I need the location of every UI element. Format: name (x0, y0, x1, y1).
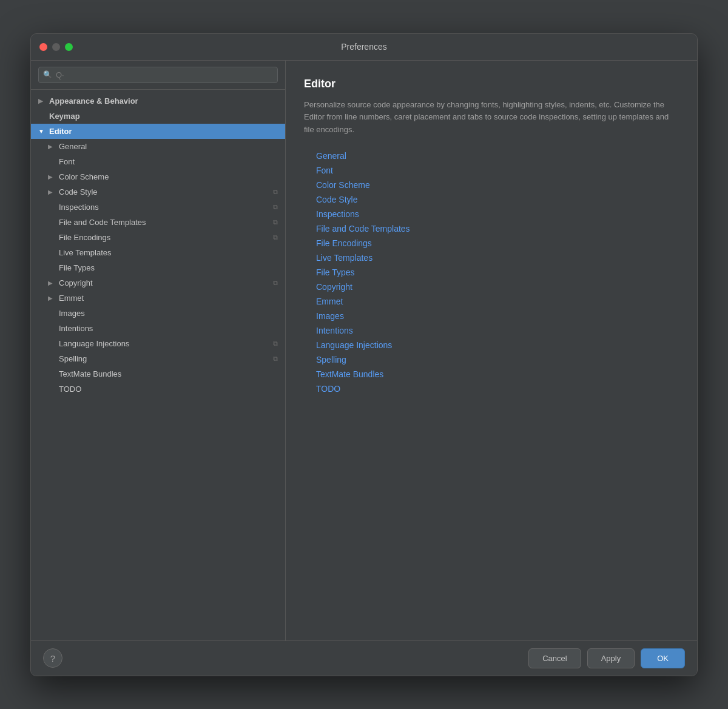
sidebar-item-label: General (59, 142, 87, 151)
copy-icon: ⧉ (273, 218, 278, 226)
panel-link-copyright[interactable]: Copyright (316, 282, 679, 292)
chevron-icon: ▶ (48, 280, 56, 286)
search-input[interactable] (38, 67, 278, 83)
sidebar-item-file-encodings[interactable]: File Encodings⧉ (31, 230, 285, 245)
apply-button[interactable]: Apply (587, 648, 635, 668)
window-title: Preferences (341, 42, 386, 52)
sidebar-item-file-types[interactable]: File Types (31, 260, 285, 275)
footer: ? Cancel Apply OK (31, 640, 697, 676)
copy-icon: ⧉ (273, 355, 278, 363)
sidebar-item-font[interactable]: Font (31, 154, 285, 169)
panel-link-font[interactable]: Font (316, 166, 679, 175)
copy-icon: ⧉ (273, 234, 278, 241)
sidebar-item-appearance[interactable]: ▶Appearance & Behavior (31, 93, 285, 109)
sidebar-list: ▶Appearance & BehaviorKeymap▼Editor▶Gene… (31, 90, 285, 640)
copy-icon: ⧉ (273, 279, 278, 287)
panel-link-emmet[interactable]: Emmet (316, 297, 679, 306)
sidebar-item-keymap[interactable]: Keymap (31, 109, 285, 124)
panel-link-todo[interactable]: TODO (316, 384, 679, 394)
panel-description: Personalize source code appearance by ch… (304, 99, 679, 136)
panel-link-images[interactable]: Images (316, 311, 679, 321)
sidebar-item-spelling[interactable]: Spelling⧉ (31, 351, 285, 366)
sidebar-item-label: Inspections (59, 203, 99, 212)
chevron-icon: ▶ (48, 173, 56, 180)
chevron-icon: ▶ (48, 295, 56, 301)
sidebar: 🔍 ▶Appearance & BehaviorKeymap▼Editor▶Ge… (31, 61, 286, 640)
sidebar-item-todo[interactable]: TODO (31, 381, 285, 397)
sidebar-item-images[interactable]: Images (31, 306, 285, 321)
panel-link-textmate-bundles[interactable]: TextMate Bundles (316, 369, 679, 379)
panel-link-general[interactable]: General (316, 151, 679, 161)
sidebar-item-textmate-bundles[interactable]: TextMate Bundles (31, 366, 285, 381)
sidebar-item-label: TextMate Bundles (59, 369, 121, 378)
panel-link-spelling[interactable]: Spelling (316, 355, 679, 365)
sidebar-item-label: Editor (49, 127, 72, 136)
link-list: GeneralFontColor SchemeCode StyleInspect… (304, 151, 679, 394)
sidebar-item-label: Intentions (59, 324, 93, 333)
sidebar-item-label: Live Templates (59, 248, 111, 257)
sidebar-item-label: File and Code Templates (59, 218, 146, 227)
sidebar-item-intentions[interactable]: Intentions (31, 321, 285, 336)
sidebar-item-label: File Encodings (59, 233, 110, 242)
sidebar-item-code-style[interactable]: ▶Code Style⧉ (31, 184, 285, 200)
main-content: 🔍 ▶Appearance & BehaviorKeymap▼Editor▶Ge… (31, 61, 697, 640)
sidebar-item-copyright[interactable]: ▶Copyright⧉ (31, 275, 285, 291)
sidebar-item-editor[interactable]: ▼Editor (31, 124, 285, 139)
panel-link-file-types[interactable]: File Types (316, 267, 679, 277)
chevron-icon: ▶ (48, 189, 56, 195)
panel-link-intentions[interactable]: Intentions (316, 326, 679, 335)
maximize-button[interactable] (65, 43, 73, 51)
search-wrapper: 🔍 (38, 67, 278, 83)
right-panel: Editor Personalize source code appearanc… (286, 61, 697, 640)
search-icon: 🔍 (43, 70, 52, 79)
preferences-window: Preferences 🔍 ▶Appearance & BehaviorKeym… (30, 33, 698, 676)
close-button[interactable] (39, 43, 47, 51)
sidebar-item-label: Copyright (59, 278, 93, 287)
sidebar-item-label: Color Scheme (59, 172, 109, 181)
ok-button[interactable]: OK (641, 648, 685, 668)
help-button[interactable]: ? (43, 648, 62, 668)
copy-icon: ⧉ (273, 340, 278, 348)
chevron-icon: ▼ (38, 128, 47, 135)
sidebar-item-label: Spelling (59, 354, 87, 363)
search-bar: 🔍 (31, 61, 285, 90)
panel-link-file-code-templates[interactable]: File and Code Templates (316, 224, 679, 234)
copy-icon: ⧉ (273, 188, 278, 196)
panel-title: Editor (304, 78, 679, 90)
cancel-button[interactable]: Cancel (528, 648, 581, 668)
chevron-icon: ▶ (48, 143, 56, 150)
sidebar-item-color-scheme[interactable]: ▶Color Scheme (31, 169, 285, 184)
sidebar-item-label: Appearance & Behavior (49, 96, 138, 106)
panel-link-code-style[interactable]: Code Style (316, 195, 679, 204)
sidebar-item-label: Code Style (59, 187, 98, 197)
panel-link-color-scheme[interactable]: Color Scheme (316, 180, 679, 190)
panel-link-language-injections[interactable]: Language Injections (316, 340, 679, 350)
window-controls (39, 43, 73, 51)
sidebar-item-language-injections[interactable]: Language Injections⧉ (31, 336, 285, 351)
sidebar-item-label: Emmet (59, 294, 84, 303)
sidebar-item-label: Language Injections (59, 339, 129, 348)
sidebar-item-live-templates[interactable]: Live Templates (31, 245, 285, 260)
panel-link-live-templates[interactable]: Live Templates (316, 253, 679, 263)
minimize-button[interactable] (52, 43, 60, 51)
chevron-icon: ▶ (38, 98, 47, 104)
sidebar-item-label: Font (59, 157, 75, 166)
sidebar-item-inspections[interactable]: Inspections⧉ (31, 200, 285, 215)
panel-link-file-encodings[interactable]: File Encodings (316, 238, 679, 248)
sidebar-item-label: TODO (59, 385, 81, 394)
titlebar: Preferences (31, 34, 697, 61)
sidebar-item-general[interactable]: ▶General (31, 139, 285, 154)
panel-link-inspections[interactable]: Inspections (316, 209, 679, 219)
copy-icon: ⧉ (273, 203, 278, 211)
sidebar-item-label: File Types (59, 263, 95, 272)
footer-buttons: Cancel Apply OK (528, 648, 685, 668)
sidebar-item-label: Images (59, 309, 85, 318)
sidebar-item-emmet[interactable]: ▶Emmet (31, 291, 285, 306)
sidebar-item-file-code-templates[interactable]: File and Code Templates⧉ (31, 215, 285, 230)
sidebar-item-label: Keymap (49, 112, 80, 121)
